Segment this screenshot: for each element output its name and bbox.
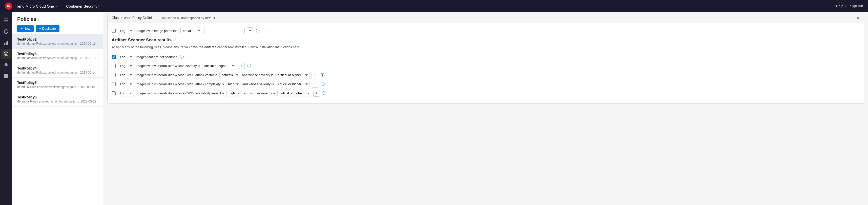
rule-cvss-availability-checkbox[interactable] — [112, 91, 116, 95]
policy-meta: default|defaultRules:enabled:action:log:… — [17, 42, 98, 45]
rule-not-scanned-info[interactable]: ⓘ — [179, 55, 184, 59]
svg-rect-5 — [4, 43, 5, 45]
rule-cvss-vector-severity-select[interactable]: critical or higherhigh or highermedium o… — [276, 72, 309, 78]
rule-cvss-vector-info[interactable]: ⓘ — [320, 73, 325, 77]
main-content: Cluster-wide Policy Definition - applies… — [103, 12, 868, 205]
scroll-hint-row: LogBlock images with image paths that eq… — [112, 27, 860, 34]
policy-meta: default|allRules:disabled:action:log:mit… — [17, 85, 98, 89]
left-panel-header: Policies + New + Duplicate — [12, 12, 103, 34]
svg-point-10 — [6, 54, 7, 54]
rule-cvss-availability-info[interactable]: ⓘ — [322, 91, 327, 96]
scroll-row-value-input[interactable] — [204, 28, 245, 34]
policy-meta: default|allRules:enabled:action:log:miti… — [17, 100, 98, 103]
sidebar-icons — [0, 12, 12, 205]
rule-cvss-availability-select[interactable]: highlownone — [226, 90, 242, 96]
svg-rect-6 — [6, 42, 7, 45]
rule-cvss-complexity-severity-select[interactable]: critical or higherhigh or highermedium o… — [276, 81, 310, 87]
policy-item[interactable]: TestPolicy5 default|allRules:disabled:ac… — [12, 78, 103, 92]
new-policy-button[interactable]: + New — [17, 25, 34, 32]
svg-rect-11 — [4, 74, 6, 76]
signout-link[interactable]: Sign out — [850, 4, 863, 8]
rule-cvss-vector-select[interactable]: networkadjacentlocalphysical — [219, 72, 240, 78]
svg-rect-12 — [6, 74, 8, 76]
policy-panel-header: Cluster-wide Policy Definition - applies… — [107, 12, 864, 23]
rule-vuln-severity-checkbox[interactable] — [112, 64, 116, 68]
nav-separator: › — [61, 4, 63, 8]
scroll-row-action-select[interactable]: LogBlock — [118, 28, 134, 34]
policy-item[interactable]: TestPolicy3 default|defaultRules:enabled… — [12, 49, 103, 63]
rule-cvss-attack-vector: LogBlock images with vulnerabilities who… — [112, 72, 860, 78]
scroll-row-add-button[interactable]: + — [247, 27, 253, 34]
scroll-row-checkbox[interactable] — [112, 29, 116, 33]
policy-name: TestPolicy5 — [17, 81, 98, 85]
rule-cvss-availability-add[interactable]: + — [313, 90, 320, 97]
policy-name: TestPolicy3 — [17, 52, 98, 56]
rule-cvss-availability-text: images with vulnerabilities whose CVSS a… — [136, 91, 224, 95]
install-instructions-link[interactable]: here — [293, 45, 299, 49]
product-name[interactable]: Container Security ▾ — [66, 4, 100, 8]
policy-item[interactable]: TestPolicy6 default|allRules:enabled:act… — [12, 92, 103, 107]
rule-cvss-complexity-and: and whose severity is — [242, 82, 274, 86]
topnav: TM Trend Micro Cloud One™ › Container Se… — [0, 0, 868, 12]
rule-vuln-severity-add[interactable]: + — [238, 63, 245, 69]
rule-vuln-severity-action[interactable]: LogBlock — [118, 63, 134, 69]
rule-cvss-vector-checkbox[interactable] — [112, 73, 116, 77]
policy-panel-title: Cluster-wide Policy Definition — [112, 16, 157, 20]
svg-rect-3 — [4, 20, 8, 21]
policy-meta: default|defaultRules:enabled:action:log:… — [17, 56, 98, 60]
rule-cvss-availability-severity-select[interactable]: critical or higherhigh or highermedium o… — [277, 90, 311, 96]
brand-name: Trend Micro Cloud One™ — [15, 4, 58, 8]
rule-cvss-vector-action[interactable]: LogBlock — [118, 72, 134, 78]
topnav-right: Help ▾ Sign out — [836, 4, 863, 8]
rule-cvss-complexity: LogBlock images with vulnerabilities who… — [112, 81, 860, 87]
policy-name: TestPolicy6 — [17, 95, 98, 99]
policy-item[interactable]: TestPolicy2 default|defaultRules:enabled… — [12, 34, 103, 49]
policy-panel-header-text: Cluster-wide Policy Definition - applies… — [112, 16, 215, 20]
scroll-row-condition-select[interactable]: equalnot equalcontains — [180, 28, 202, 34]
sidebar-menu-icon[interactable] — [1, 15, 11, 25]
rule-vuln-severity-info[interactable]: ⓘ — [247, 63, 252, 68]
rule-cvss-vector-and: and whose severity is — [242, 73, 274, 77]
duplicate-policy-button[interactable]: + Duplicate — [36, 25, 59, 32]
svg-rect-14 — [6, 76, 8, 78]
rule-cvss-availability-and: and whose severity is — [244, 91, 275, 95]
collapse-button[interactable]: ∧ — [856, 15, 860, 21]
rule-vuln-severity: LogBlock images with vulnerabilities who… — [112, 63, 860, 69]
topnav-left: TM Trend Micro Cloud One™ › Container Se… — [5, 3, 100, 10]
svg-rect-2 — [4, 19, 8, 19]
rule-cvss-complexity-text: images with vulnerabilities whose CVSS a… — [136, 82, 224, 86]
artifact-scanner-title: Artifact Scanner Scan results — [112, 37, 860, 43]
sidebar-box-icon[interactable] — [1, 71, 11, 81]
rule-not-scanned-action[interactable]: LogBlock — [118, 54, 134, 60]
rule-cvss-complexity-checkbox[interactable] — [112, 82, 116, 86]
rule-not-scanned: LogBlock images that are not scanned ⓘ — [112, 54, 860, 60]
policies-title: Policies — [17, 16, 98, 22]
sidebar-bell-icon[interactable] — [1, 60, 11, 70]
rule-cvss-complexity-action[interactable]: LogBlock — [118, 81, 134, 87]
left-panel: Policies + New + Duplicate TestPolicy2 d… — [12, 12, 103, 205]
policy-name: TestPolicy2 — [17, 37, 98, 41]
policy-item[interactable]: TestPolicy4 default|defaultRules:enabled… — [12, 63, 103, 78]
rule-cvss-complexity-select[interactable]: highlow — [226, 81, 240, 87]
scroll-row-info-button[interactable]: ⓘ — [255, 28, 260, 33]
svg-rect-13 — [4, 76, 6, 78]
rule-not-scanned-text: images that are not scanned — [136, 55, 177, 59]
rule-vuln-severity-text: images with vulnerabilities whose severi… — [136, 64, 200, 68]
rule-not-scanned-checkbox[interactable] — [112, 55, 116, 59]
rule-cvss-availability-action[interactable]: LogBlock — [118, 90, 134, 96]
rule-cvss-vector-text: images with vulnerabilities whose CVSS a… — [136, 73, 217, 77]
help-link[interactable]: Help ▾ — [836, 4, 846, 8]
rule-cvss-complexity-add[interactable]: + — [312, 81, 318, 87]
rule-vuln-severity-select[interactable]: critical or higherhigh or highermedium o… — [202, 63, 236, 69]
sidebar-chart-icon[interactable] — [1, 37, 11, 48]
policy-actions: + New + Duplicate — [17, 25, 98, 32]
artifact-scanner-desc: To apply any of the following rules, ple… — [112, 45, 860, 50]
rule-cvss-complexity-info[interactable]: ⓘ — [320, 82, 325, 86]
policy-panel-body: LogBlock images with image paths that eq… — [107, 23, 864, 103]
rule-cvss-vector-add[interactable]: + — [312, 72, 318, 78]
policy-list: TestPolicy2 default|defaultRules:enabled… — [12, 34, 103, 107]
sidebar-shield-icon[interactable] — [1, 26, 11, 36]
policy-meta: default|defaultRules:enabled:action:log:… — [17, 71, 98, 74]
sidebar-target-icon[interactable] — [1, 49, 11, 59]
rule-cvss-availability: LogBlock images with vulnerabilities who… — [112, 90, 860, 97]
